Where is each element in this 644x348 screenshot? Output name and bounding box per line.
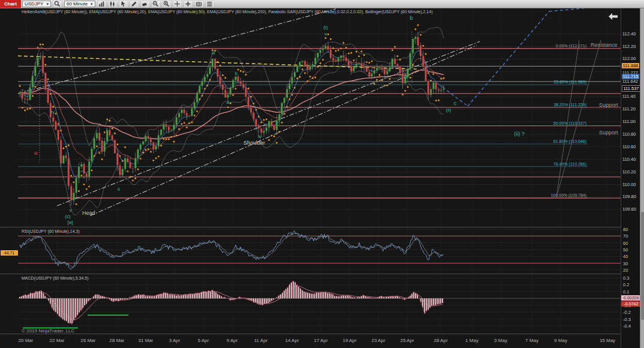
macd-value-badge: -0.0742 xyxy=(621,301,641,307)
macd-panel-canvas[interactable] xyxy=(0,274,621,334)
price-axis-label: 110.80 xyxy=(622,131,636,137)
chart-annotation: [a] xyxy=(68,220,73,225)
eraser-button[interactable] xyxy=(140,0,150,8)
time-axis-label: 25 Apr xyxy=(400,338,414,343)
zoom-in-button[interactable] xyxy=(162,0,171,8)
chart-annotation: a xyxy=(227,100,230,105)
macd-axis-label: 0.3 xyxy=(623,275,629,281)
chart-annotation: (ii) ? xyxy=(514,131,525,137)
macd-axis-label: -0.3 xyxy=(623,317,631,322)
chart-annotation: iii xyxy=(34,151,38,156)
cursor-icon xyxy=(120,1,127,7)
zoom-out-button[interactable] xyxy=(151,0,161,8)
scrollbar-thumb[interactable] xyxy=(641,212,644,320)
trend-line xyxy=(556,40,601,197)
interval-selector[interactable]: 60 Minute ▾ xyxy=(64,1,95,7)
candlestick-button[interactable] xyxy=(108,0,118,8)
fib-level-label: 23.60% (111.589) xyxy=(553,80,586,85)
price-axis-label: 110.40 xyxy=(622,157,636,162)
price-axis-label: 110.20 xyxy=(622,169,636,175)
trend-line xyxy=(468,11,549,106)
zoom-out-icon xyxy=(152,1,159,7)
chart-annotation: v xyxy=(70,208,72,213)
time-axis-label: 1 May xyxy=(465,338,479,343)
crosshair-icon xyxy=(174,1,180,7)
macd-axis-label: 0.1 xyxy=(623,289,629,295)
rsi-avg-line xyxy=(20,233,443,267)
price-chart-canvas[interactable]: 0.00% (112.171)23.60% (111.589)38.20% (1… xyxy=(0,8,621,227)
cursor-button[interactable] xyxy=(119,0,128,8)
time-axis-label: 7 May xyxy=(525,338,538,343)
camera-icon xyxy=(195,1,202,7)
price-axis-label: 112.40 xyxy=(622,31,636,37)
price-axis-label: 110.00 xyxy=(622,182,636,187)
fib-level-label: 61.80% (110.646) xyxy=(553,139,586,144)
time-axis-label: 28 Mar xyxy=(110,338,125,343)
panel-divider[interactable] xyxy=(0,274,640,274)
chart-annotation: v xyxy=(324,31,327,37)
time-axis-label: 31 Mar xyxy=(139,338,154,343)
time-axis-label: 22 Mar xyxy=(50,338,65,343)
fib-level-label: 50.00% (110.937) xyxy=(553,121,586,126)
chart-annotation: (ii) xyxy=(446,107,452,113)
interval-value: 60 Minute xyxy=(67,1,88,7)
copyright-text: © 2019 NinjaTrader, LLC xyxy=(22,328,74,334)
price-axis-label: 111.20 xyxy=(622,106,636,112)
scroll-to-end-arrow-icon[interactable] xyxy=(608,13,619,20)
price-axis-label: 109.60 xyxy=(622,206,636,212)
macd-axis-label: -0.2 xyxy=(623,310,631,315)
panel-divider[interactable] xyxy=(0,227,640,227)
time-axis[interactable]: 20 Mar22 Mar26 Mar28 Mar31 Mar3 Apr5 Apr… xyxy=(0,334,621,348)
time-axis-label: 5 Apr xyxy=(198,338,209,343)
chevron-down-icon: ▾ xyxy=(91,2,93,7)
time-axis-label: 3 Apr xyxy=(169,338,180,343)
macd-avg-badge: 0.00209 xyxy=(621,295,641,301)
candlestick-icon xyxy=(109,1,116,7)
chart-annotation: iv xyxy=(258,134,261,139)
plus-icon xyxy=(185,1,191,7)
price-axis-label: 110.60 xyxy=(622,144,636,149)
price-axis-badge: 111.537 xyxy=(622,85,640,92)
pencil-button[interactable] xyxy=(130,0,139,8)
price-axis-label: 112.20 xyxy=(622,44,636,49)
rsi-axis-label: 50 xyxy=(623,247,628,253)
instrument-search-button[interactable] xyxy=(53,0,62,8)
toolbar-icon-group xyxy=(97,0,215,8)
camera-button[interactable] xyxy=(194,0,204,8)
rsi-axis-label: 60 xyxy=(623,241,628,246)
time-axis-label: 15 May xyxy=(600,338,615,343)
macd-axis-label: 0.2 xyxy=(623,282,629,287)
fib-level-label: 100.00% (109.784) xyxy=(550,193,586,198)
zoom-in-icon xyxy=(163,1,170,7)
vertical-scrollbar[interactable] xyxy=(640,8,644,348)
macd-axis-label: -0.4 xyxy=(623,323,631,329)
list-button[interactable] xyxy=(205,0,215,8)
chevron-down-icon: ▾ xyxy=(46,2,49,7)
plus-button[interactable] xyxy=(183,0,193,8)
chart-annotation: i xyxy=(106,127,107,133)
time-axis-label: 23 Apr xyxy=(371,338,385,343)
time-axis-label: 19 Apr xyxy=(342,338,356,343)
rsi-axis-label: 30 xyxy=(623,261,628,266)
toolbar: Chart USDJPY ▾ 60 Minute ▾ xyxy=(0,0,644,8)
chart-annotation: ii xyxy=(118,187,120,192)
chart-annotation: c xyxy=(454,100,457,106)
price-axis-label: 111.00 xyxy=(622,119,636,124)
instrument-selector[interactable]: USDJPY ▾ xyxy=(22,1,51,7)
chart-tab[interactable]: Chart xyxy=(0,0,21,8)
price-axis-label: 111.40 xyxy=(622,94,636,99)
rsi-axis-label: 40 xyxy=(623,254,628,259)
search-icon xyxy=(54,1,61,7)
time-axis-label: 3 May xyxy=(494,338,507,343)
chart-annotation: b xyxy=(410,15,413,21)
trend-line xyxy=(18,9,336,94)
bar-chart-button[interactable] xyxy=(97,0,107,8)
chart-annotation: Support xyxy=(599,130,618,136)
rsi-panel-canvas[interactable] xyxy=(0,227,621,274)
chart-annotation: Resistance xyxy=(591,42,618,48)
chart-annotation: Shoulder xyxy=(243,140,265,146)
time-axis-label: 9 Apr xyxy=(227,338,238,343)
time-axis-label: 14 Apr xyxy=(285,338,299,343)
crosshair-button[interactable] xyxy=(173,0,182,8)
trend-line xyxy=(556,40,579,197)
